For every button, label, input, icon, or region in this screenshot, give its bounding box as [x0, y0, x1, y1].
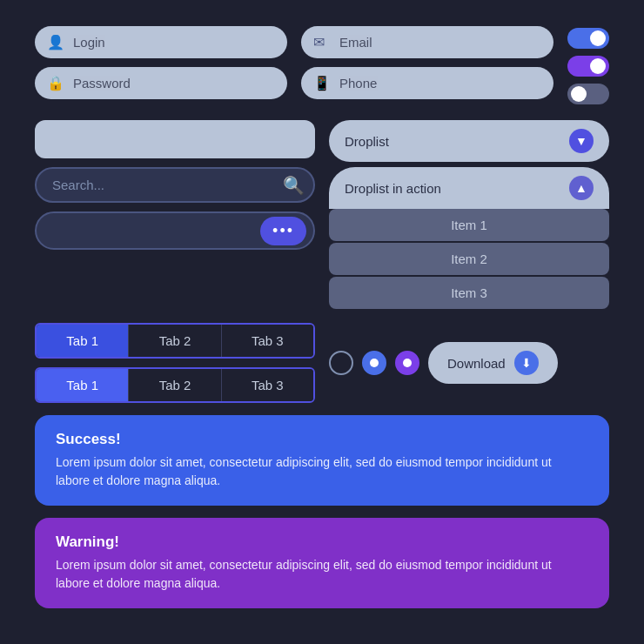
download-label: Download — [447, 356, 506, 371]
email-input[interactable] — [301, 26, 553, 58]
login-field-wrapper: 👤 — [35, 26, 287, 58]
right-column: Droplist ▼ Droplist in action ▲ Item 1 I… — [329, 120, 609, 311]
success-alert: Success! Lorem ipsum dolor sit amet, con… — [35, 415, 609, 506]
tab-row1-tab3[interactable]: Tab 3 — [221, 325, 313, 357]
droplist-item-1[interactable]: Item 1 — [329, 209, 609, 241]
tab-row-2: Tab 1 Tab 2 Tab 3 — [35, 367, 315, 403]
toggle-knob-1 — [590, 30, 606, 46]
search-wrapper: 🔍 — [35, 167, 315, 203]
dots-wrapper: ••• — [35, 211, 315, 250]
droplist-items: Item 1 Item 2 Item 3 — [329, 209, 609, 311]
toggle-knob-3 — [571, 86, 587, 102]
download-arrow-icon: ⬇ — [514, 351, 539, 375]
email-field-wrapper: ✉ — [301, 26, 553, 58]
tab-row2-tab3[interactable]: Tab 3 — [221, 369, 313, 401]
phone-field-wrapper: 📱 — [301, 67, 553, 99]
text-area-wrapper — [35, 120, 315, 158]
toggle-1[interactable] — [567, 28, 609, 49]
tab-row-1: Tab 1 Tab 2 Tab 3 — [35, 323, 315, 359]
left-column: 🔍 ••• — [35, 120, 315, 311]
radio-group — [329, 351, 419, 375]
radio-inner-3 — [403, 359, 412, 367]
toggle-3[interactable] — [567, 84, 609, 104]
search-input[interactable] — [35, 167, 315, 203]
warning-alert: Warning! Lorem ipsum dolor sit amet, con… — [35, 518, 609, 608]
tab-row2-tab1[interactable]: Tab 1 — [37, 369, 128, 401]
droplist-closed-label: Droplist — [345, 134, 389, 149]
login-input[interactable] — [35, 26, 287, 58]
dots-button[interactable]: ••• — [260, 217, 306, 245]
action-row: Download ⬇ — [329, 323, 609, 403]
tabs-section: Tab 1 Tab 2 Tab 3 Tab 1 Tab 2 Tab 3 — [35, 323, 315, 403]
success-text: Lorem ipsum dolor sit amet, consectetur … — [56, 453, 588, 490]
password-field-wrapper: 🔒 — [35, 67, 287, 99]
download-button[interactable]: Download ⬇ — [428, 342, 558, 384]
tab-row1-tab2[interactable]: Tab 2 — [128, 325, 220, 357]
droplist-open-label: Droplist in action — [345, 181, 441, 196]
droplist-open: Droplist in action ▲ Item 1 Item 2 Item … — [329, 167, 609, 311]
success-title: Success! — [56, 431, 588, 448]
text-area[interactable] — [35, 120, 315, 158]
toggles-column — [567, 26, 609, 104]
droplist-chevron-down: ▼ — [569, 129, 594, 153]
droplist-item-2[interactable]: Item 2 — [329, 243, 609, 275]
droplist-item-3[interactable]: Item 3 — [329, 277, 609, 309]
radio-btn-1[interactable] — [329, 351, 353, 375]
phone-input[interactable] — [301, 67, 553, 99]
radio-inner-2 — [370, 359, 379, 367]
search-button[interactable]: 🔍 — [283, 175, 305, 196]
radio-btn-2[interactable] — [362, 351, 386, 375]
toggle-knob-2 — [590, 58, 606, 74]
droplist-open-header[interactable]: Droplist in action ▲ — [329, 167, 609, 209]
radio-btn-3[interactable] — [395, 351, 419, 375]
droplist-chevron-up: ▲ — [569, 176, 594, 200]
tab-row1-tab1[interactable]: Tab 1 — [37, 325, 128, 357]
toggle-2[interactable] — [567, 56, 609, 77]
tab-row2-tab2[interactable]: Tab 2 — [128, 369, 220, 401]
password-input[interactable] — [35, 67, 287, 99]
droplist-closed[interactable]: Droplist ▼ — [329, 120, 609, 162]
warning-text: Lorem ipsum dolor sit amet, consectetur … — [56, 556, 588, 593]
warning-title: Warning! — [56, 533, 588, 551]
